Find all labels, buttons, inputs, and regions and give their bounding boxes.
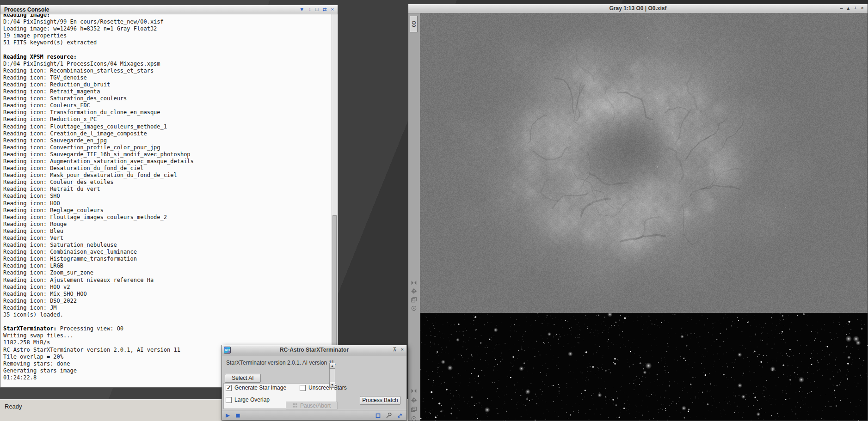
preferences-wrench-icon[interactable] bbox=[386, 412, 392, 419]
console-dock-icon[interactable]: ⇄ bbox=[322, 7, 326, 12]
view-strip: O0 bbox=[408, 13, 420, 421]
console-line: Reading icon: Saturation_nebuleuse bbox=[3, 242, 332, 249]
console-line: D:/04-PixInsight/99-En cours/Rosette_new… bbox=[3, 18, 332, 25]
window-minimize-icon[interactable]: – bbox=[840, 5, 843, 11]
stars-canvas bbox=[420, 313, 868, 421]
console-line: Reading icon: Combinaison_avec_luminance bbox=[3, 249, 332, 256]
target-icon[interactable] bbox=[411, 415, 418, 421]
console-scrollbar[interactable] bbox=[332, 14, 337, 387]
console-line: Reading icon: Ajustement_niveaux_referen… bbox=[3, 277, 332, 284]
starxterminator-dialog: RC RC-Astro StarXTerminator ⊼ × StarXTer… bbox=[222, 345, 407, 421]
crosshair-icon[interactable] bbox=[411, 288, 418, 295]
unscreen-stars-row: Unscreen Stars bbox=[300, 384, 347, 391]
console-line: Reading icon: Vert bbox=[3, 235, 332, 242]
select-ai-button[interactable]: Select AI bbox=[225, 374, 261, 383]
console-line: Reading XPSM resource: bbox=[3, 54, 332, 61]
new-instance-icon[interactable] bbox=[225, 412, 231, 419]
image-window-controls: – ▴ + × bbox=[840, 5, 864, 11]
console-line: Reading icon: Desaturation_du_fond_de_ci… bbox=[3, 165, 332, 172]
target-icon[interactable] bbox=[411, 305, 418, 312]
unscreen-stars-label: Unscreen Stars bbox=[308, 384, 347, 391]
console-line: Reading icon: Augmentation_saturation_av… bbox=[3, 158, 332, 165]
unscreen-stars-checkbox[interactable] bbox=[300, 385, 306, 391]
generate-star-image-row: Generate Star Image bbox=[226, 384, 286, 391]
console-line: Reading icon: Recombinaison_starless_et_… bbox=[3, 67, 332, 74]
console-line bbox=[3, 46, 332, 53]
console-line: Reading icon: HOO bbox=[3, 200, 332, 207]
grid-icon bbox=[293, 403, 298, 408]
large-overlap-checkbox[interactable] bbox=[226, 397, 232, 403]
navigator-icon[interactable] bbox=[411, 388, 418, 395]
console-line: 51 FITS keyword(s) extracted bbox=[3, 39, 332, 46]
console-line: Reading icon: Sauvegarde_en_jpg bbox=[3, 137, 332, 144]
image-window: Gray 1:13 O0 | O0.xisf – ▴ + × O0 bbox=[408, 4, 868, 421]
console-line: Reading icon: DSO_2022 bbox=[3, 298, 332, 305]
crosshair-icon[interactable] bbox=[411, 397, 418, 404]
console-line: Reading icon: Mix_SHO_HOO bbox=[3, 291, 332, 298]
view-tab-O0[interactable]: O0 bbox=[410, 16, 418, 32]
console-expand-icon[interactable]: ↕ bbox=[308, 7, 311, 12]
console-line: Reading icon: Histogramme_transformation bbox=[3, 256, 332, 262]
starxterminator-title: RC-Astro StarXTerminator bbox=[222, 347, 406, 353]
console-line: Reading icon: Retrait_magenta bbox=[3, 88, 332, 95]
console-line: Reading icon: Mask_pour_desaturation_du_… bbox=[3, 172, 332, 179]
large-overlap-label: Large Overlap bbox=[234, 397, 270, 403]
console-line: Reading icon: Couleurs_FDC bbox=[3, 102, 332, 109]
console-line: 19 image properties bbox=[3, 32, 332, 39]
console-line: Reading icon: Creation_de_l_image_compos… bbox=[3, 130, 332, 137]
console-line: Reading icon: Couleur_des_etoiles bbox=[3, 179, 332, 186]
apply-global-icon[interactable] bbox=[235, 412, 241, 419]
window-maximize-icon[interactable]: + bbox=[854, 5, 856, 11]
process-console-titlebar[interactable]: Process Console ▼ ↕ □ ⇄ × bbox=[0, 5, 338, 14]
console-line: Reading icon: Rouge bbox=[3, 221, 332, 228]
console-line: Reading icon: Zoom_sur_zone bbox=[3, 269, 332, 276]
console-line: Reading icon: Reglage_couleurs bbox=[3, 207, 332, 214]
stars-image-pane[interactable] bbox=[420, 313, 868, 421]
pause-abort-button: Pause/Abort bbox=[286, 402, 338, 409]
generate-star-image-label: Generate Star Image bbox=[234, 384, 286, 391]
status-text: Ready bbox=[5, 403, 22, 410]
edit-instance-icon[interactable] bbox=[375, 412, 382, 419]
starxterminator-titlebar[interactable]: RC RC-Astro StarXTerminator ⊼ × bbox=[222, 345, 406, 355]
scroll-up-icon[interactable]: ▲ bbox=[329, 363, 335, 369]
console-close-icon[interactable]: × bbox=[331, 7, 334, 12]
console-line: Reading image: bbox=[3, 14, 332, 18]
nebula-image-pane[interactable] bbox=[420, 13, 868, 313]
console-line: Reading icon: Sauvegarde_TIF_16b_si_modi… bbox=[3, 151, 332, 158]
dialog-footer bbox=[222, 410, 406, 420]
console-line: Loading image: w=12496 h=8352 n=1 Gray F… bbox=[3, 25, 332, 32]
console-line: 35 icon(s) loaded. bbox=[3, 311, 332, 318]
nebula-canvas bbox=[420, 13, 868, 313]
console-line: Reading icon: Saturation_des_couleurs bbox=[3, 95, 332, 102]
console-line: Reading icon: Flouttage_images_couleurs_… bbox=[3, 214, 332, 221]
console-line: Reading icon: SHO bbox=[3, 193, 332, 200]
console-line: StarXTerminator: Processing view: O0 bbox=[3, 325, 332, 332]
duplicate-view-icon[interactable] bbox=[411, 406, 418, 414]
scroll-down-icon[interactable]: ▼ bbox=[329, 382, 335, 388]
console-line: Reading icon: Reduction_x_PC bbox=[3, 116, 332, 123]
console-log[interactable]: Reading image:D:/04-PixInsight/99-En cou… bbox=[1, 14, 332, 387]
pin-icon[interactable]: ⊼ bbox=[393, 347, 397, 353]
console-line: Reading icon: Reduction_du_bruit bbox=[3, 81, 332, 88]
image-window-titlebar[interactable]: Gray 1:13 O0 | O0.xisf – ▴ + × bbox=[408, 4, 868, 13]
console-line: Reading icon: HOO_v2 bbox=[3, 284, 332, 291]
console-line: Reading icon: LRGB bbox=[3, 262, 332, 269]
duplicate-view-icon[interactable] bbox=[411, 297, 418, 304]
dialog-body: StarXTerminator version 2.0.1. AI versio… bbox=[222, 355, 406, 410]
process-console-title: Process Console bbox=[4, 6, 49, 13]
process-console-window: Process Console ▼ ↕ □ ⇄ × Reading image:… bbox=[0, 5, 338, 388]
navigator-icon[interactable] bbox=[411, 280, 418, 287]
console-line: Reading icon: Retrait_du_vert bbox=[3, 186, 332, 193]
console-menu-icon[interactable]: ▼ bbox=[299, 7, 304, 12]
dialog-controls: ⊼ × bbox=[393, 347, 404, 353]
reset-icon[interactable] bbox=[397, 412, 403, 419]
window-shade-icon[interactable]: ▴ bbox=[847, 5, 850, 11]
large-overlap-row: Large Overlap bbox=[226, 397, 270, 403]
window-close-icon[interactable]: × bbox=[861, 5, 864, 11]
image-window-title: Gray 1:13 O0 | O0.xisf bbox=[408, 5, 868, 12]
dialog-close-icon[interactable]: × bbox=[401, 347, 404, 353]
version-text: StarXTerminator version 2.0.1. AI versio… bbox=[226, 360, 336, 366]
console-float-icon[interactable]: □ bbox=[315, 7, 319, 12]
generate-star-image-checkbox[interactable] bbox=[226, 385, 232, 391]
process-batch-button[interactable]: Process Batch bbox=[360, 396, 400, 405]
